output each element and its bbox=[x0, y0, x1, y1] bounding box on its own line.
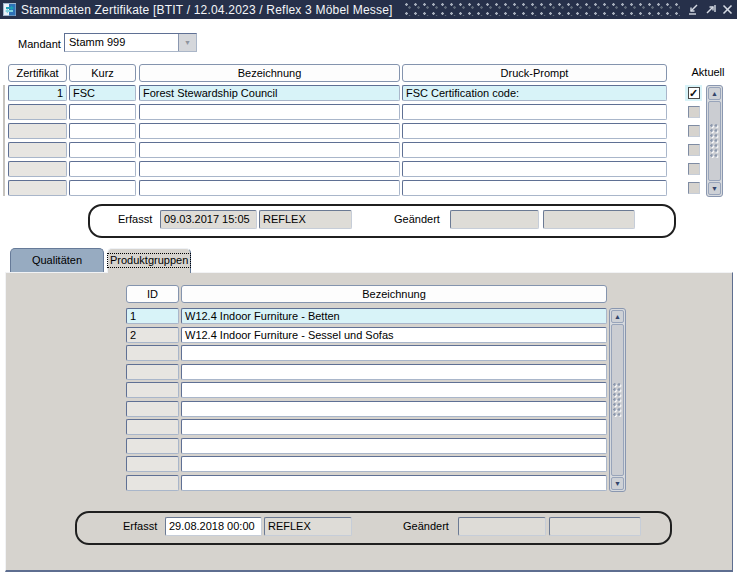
geaendert-date-field bbox=[450, 210, 539, 229]
close-icon[interactable] bbox=[720, 2, 735, 17]
produktgruppen-scrollbar[interactable]: ▲ ▼ bbox=[609, 308, 626, 492]
cell-kurz[interactable]: FSC bbox=[69, 85, 136, 101]
erfasst-user-field: REFLEX bbox=[264, 517, 352, 536]
table-row bbox=[0, 475, 737, 491]
geaendert-user-field bbox=[549, 517, 641, 536]
thumb-grip-icon bbox=[613, 383, 622, 417]
dropdown-arrow-icon[interactable]: ▼ bbox=[178, 34, 196, 51]
cell-kurz[interactable] bbox=[69, 142, 136, 158]
aktuell-cell bbox=[685, 123, 702, 139]
cell-id[interactable] bbox=[126, 419, 179, 435]
column-header-pg-bezeichnung: Bezeichnung bbox=[181, 285, 607, 303]
produktgruppen-rows: 1W12.4 Indoor Furniture - Betten2W12.4 I… bbox=[0, 308, 737, 492]
aktuell-checkbox[interactable] bbox=[688, 125, 700, 137]
cell-bezeichnung[interactable] bbox=[139, 123, 400, 139]
column-header-zertifikat: Zertifikat bbox=[8, 64, 67, 82]
cell-kurz[interactable] bbox=[69, 180, 136, 196]
cell-zertifikat[interactable]: 1 bbox=[8, 85, 67, 101]
cell-druck-prompt[interactable] bbox=[402, 161, 667, 177]
cell-druck-prompt[interactable] bbox=[402, 104, 667, 120]
table-row bbox=[0, 345, 737, 361]
app-window: Stammdaten Zertifikate [BTIT / 12.04.202… bbox=[0, 0, 737, 580]
aktuell-cell bbox=[685, 104, 702, 120]
aktuell-cell: ✓ bbox=[685, 85, 702, 101]
tab-qualitaeten[interactable]: Qualitäten bbox=[10, 248, 104, 272]
cell-id[interactable]: 1 bbox=[126, 308, 179, 324]
table-row bbox=[0, 104, 737, 120]
cell-zertifikat[interactable] bbox=[8, 180, 67, 196]
scrollbar-thumb[interactable] bbox=[611, 324, 624, 476]
cell-pg-bezeichnung[interactable] bbox=[181, 401, 607, 417]
cell-pg-bezeichnung[interactable] bbox=[181, 438, 607, 454]
cell-pg-bezeichnung[interactable] bbox=[181, 345, 607, 361]
table-row bbox=[0, 419, 737, 435]
maximize-icon[interactable] bbox=[703, 2, 718, 17]
aktuell-checkbox[interactable] bbox=[688, 106, 700, 118]
table-row: 1W12.4 Indoor Furniture - Betten bbox=[0, 308, 737, 324]
certificates-rows: 1FSCForest Stewardship CouncilFSC Certif… bbox=[0, 85, 737, 197]
aktuell-checkbox[interactable] bbox=[688, 163, 700, 175]
cell-id[interactable] bbox=[126, 382, 179, 398]
aktuell-cell bbox=[685, 180, 702, 196]
geaendert-label: Geändert bbox=[403, 520, 449, 532]
cell-pg-bezeichnung[interactable] bbox=[181, 475, 607, 491]
cell-id[interactable] bbox=[126, 345, 179, 361]
cell-druck-prompt[interactable] bbox=[402, 123, 667, 139]
app-icon bbox=[3, 3, 16, 16]
cell-id[interactable] bbox=[126, 456, 179, 472]
tab-produktgruppen-label: Produktgruppen bbox=[108, 254, 190, 267]
table-row bbox=[0, 401, 737, 417]
cell-druck-prompt[interactable] bbox=[402, 180, 667, 196]
cell-zertifikat[interactable] bbox=[8, 161, 67, 177]
aktuell-cell bbox=[685, 142, 702, 158]
scroll-up-icon[interactable]: ▲ bbox=[611, 310, 624, 323]
cell-id[interactable] bbox=[126, 475, 179, 491]
cell-zertifikat[interactable] bbox=[8, 142, 67, 158]
cell-kurz[interactable] bbox=[69, 161, 136, 177]
cell-kurz[interactable] bbox=[69, 104, 136, 120]
table-row bbox=[0, 456, 737, 472]
minimize-icon[interactable] bbox=[686, 2, 701, 17]
scroll-down-icon[interactable]: ▼ bbox=[611, 477, 624, 490]
table-row bbox=[0, 142, 737, 158]
cell-bezeichnung[interactable] bbox=[139, 142, 400, 158]
erfasst-label: Erfasst bbox=[123, 520, 157, 532]
mandant-label: Mandant bbox=[18, 38, 61, 50]
cell-bezeichnung[interactable] bbox=[139, 104, 400, 120]
tab-qualitaeten-label: Qualitäten bbox=[32, 254, 82, 266]
title-bar[interactable]: Stammdaten Zertifikate [BTIT / 12.04.202… bbox=[0, 0, 737, 19]
cell-bezeichnung[interactable]: Forest Stewardship Council bbox=[139, 85, 400, 101]
column-header-bezeichnung: Bezeichnung bbox=[139, 64, 400, 82]
cell-pg-bezeichnung[interactable] bbox=[181, 364, 607, 380]
mandant-select[interactable]: Stamm 999 ▼ bbox=[64, 33, 197, 52]
cell-id[interactable]: 2 bbox=[126, 327, 179, 343]
table-row: 1FSCForest Stewardship CouncilFSC Certif… bbox=[0, 85, 737, 101]
table-row bbox=[0, 364, 737, 380]
cell-kurz[interactable] bbox=[69, 123, 136, 139]
cell-bezeichnung[interactable] bbox=[139, 180, 400, 196]
table-row: 2W12.4 Indoor Furniture - Sessel und Sof… bbox=[0, 327, 737, 343]
cell-id[interactable] bbox=[126, 364, 179, 380]
cell-pg-bezeichnung[interactable] bbox=[181, 456, 607, 472]
cell-pg-bezeichnung[interactable]: W12.4 Indoor Furniture - Sessel und Sofa… bbox=[181, 327, 607, 343]
cell-pg-bezeichnung[interactable]: W12.4 Indoor Furniture - Betten bbox=[181, 308, 607, 324]
aktuell-checkbox[interactable] bbox=[688, 144, 700, 156]
cell-bezeichnung[interactable] bbox=[139, 161, 400, 177]
cell-zertifikat[interactable] bbox=[8, 123, 67, 139]
aktuell-checkbox[interactable]: ✓ bbox=[688, 87, 700, 99]
table-row bbox=[0, 161, 737, 177]
table-row bbox=[0, 123, 737, 139]
cell-druck-prompt[interactable] bbox=[402, 142, 667, 158]
cell-pg-bezeichnung[interactable] bbox=[181, 419, 607, 435]
erfasst-user-field: REFLEX bbox=[259, 210, 352, 229]
table-row bbox=[0, 180, 737, 196]
titlebar-pattern bbox=[405, 3, 680, 16]
aktuell-checkbox[interactable] bbox=[688, 182, 700, 194]
cell-pg-bezeichnung[interactable] bbox=[181, 382, 607, 398]
cell-zertifikat[interactable] bbox=[8, 104, 67, 120]
column-header-aktuell: Aktuell bbox=[684, 64, 732, 82]
cell-id[interactable] bbox=[126, 401, 179, 417]
tab-produktgruppen[interactable]: Produktgruppen bbox=[107, 248, 191, 273]
cell-id[interactable] bbox=[126, 438, 179, 454]
cell-druck-prompt[interactable]: FSC Certification code: bbox=[402, 85, 667, 101]
